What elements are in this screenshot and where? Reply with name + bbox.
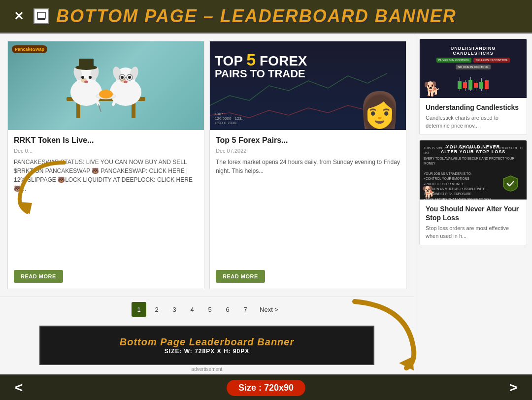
- post-1-read-more[interactable]: READ MORE: [14, 270, 63, 283]
- post-2-date: Dec 07.2022: [216, 148, 400, 154]
- main-content: PancakeSwap: [0, 33, 532, 374]
- candlesticks-image: UNDERSTANDINGCANDLESTICKS BUYERS IN CONT…: [420, 39, 527, 98]
- post-1-excerpt: PANCAKESWAP STATUS: LIVE YOU CAN NOW BUY…: [14, 158, 198, 265]
- title-bar: ✕ BOTTOM PAGE – LEADERBOARD BANNER: [0, 0, 532, 33]
- sidebar: UNDERSTANDINGCANDLESTICKS BUYERS IN CONT…: [414, 33, 532, 374]
- forex-title-overlay: TOP 5 FOREX PAIRS TO TRADE: [215, 51, 307, 80]
- bottom-bar: < Size : 720x90 >: [0, 374, 532, 400]
- post-1-thumbnail: PancakeSwap: [8, 41, 204, 130]
- candlesticks-card-title: Understanding Candlesticks: [426, 103, 521, 112]
- post-1-image: PancakeSwap: [8, 41, 204, 130]
- stoploss-card-excerpt: Stop loss orders are most effective when…: [426, 225, 521, 240]
- leaderboard-banner: Bottom Page Leaderboard Banner SIZE: W: …: [39, 326, 374, 365]
- page-5[interactable]: 5: [202, 302, 217, 317]
- post-1-title: RRKT Token Is Live...: [14, 136, 198, 145]
- cs-chart: [458, 71, 489, 91]
- post-2-title: Top 5 Forex Pairs...: [216, 136, 400, 145]
- svg-rect-14: [79, 59, 94, 68]
- stoploss-img-title: YOU SHOULD NEVERALTER YOUR STOP LOSS: [420, 144, 527, 154]
- post-2-image: TOP 5 FOREX PAIRS TO TRADE 👩 CAP 120.500…: [210, 41, 406, 130]
- cs-zone-buyers: BUYERS IN CONTROL: [436, 58, 471, 63]
- svg-point-12: [84, 80, 88, 83]
- svg-point-23: [128, 76, 131, 79]
- sidebar-dog-icon: 🐕: [424, 81, 441, 97]
- cs-zone-sellers: SELLERS IN CONTROL: [473, 58, 510, 63]
- cs-zone-neutral: NO ONE IN CONTROL: [456, 65, 490, 69]
- svg-point-10: [81, 76, 84, 79]
- stoploss-card-content: You Should Never Alter Your Stop Loss St…: [420, 200, 527, 245]
- page-7[interactable]: 7: [238, 302, 253, 317]
- svg-point-30: [99, 90, 113, 99]
- post-2-thumbnail: TOP 5 FOREX PAIRS TO TRADE 👩 CAP 120.500…: [210, 41, 406, 130]
- advertisement-label: advertisement: [192, 367, 223, 372]
- candlesticks-img-title: UNDERSTANDINGCANDLESTICKS: [451, 46, 496, 56]
- stoploss-dog-icon: 🐕: [422, 186, 435, 199]
- sidebar-card-candlesticks: UNDERSTANDINGCANDLESTICKS BUYERS IN CONT…: [419, 38, 527, 135]
- post-card-1: PancakeSwap: [7, 41, 204, 289]
- cs-zones: BUYERS IN CONTROL SELLERS IN CONTROL: [424, 58, 523, 63]
- page-3[interactable]: 3: [167, 302, 182, 317]
- svg-line-16: [99, 104, 101, 112]
- next-button[interactable]: >: [509, 380, 517, 396]
- svg-point-11: [89, 76, 92, 79]
- stoploss-image: YOU SHOULD NEVERALTER YOUR STOP LOSS THI…: [420, 140, 527, 200]
- size-badge: Size : 720x90: [227, 380, 305, 396]
- banner-title: Bottom Page Leaderboard Banner: [120, 336, 295, 348]
- page-2[interactable]: 2: [149, 302, 164, 317]
- post-1-date: Dec 0...: [14, 148, 198, 154]
- pagination: 1 2 3 4 5 6 7 Next >: [0, 297, 414, 322]
- post-card-2: TOP 5 FOREX PAIRS TO TRADE 👩 CAP 120.500…: [209, 41, 406, 289]
- candlesticks-card-content: Understanding Candlesticks Candlestick c…: [420, 98, 527, 134]
- blog-area: PancakeSwap: [0, 33, 414, 374]
- shield-icon: [502, 175, 519, 192]
- stoploss-card-title: You Should Never Alter Your Stop Loss: [426, 204, 521, 222]
- post-2-excerpt: The forex market opens 24 hours daily, f…: [216, 158, 400, 265]
- post-1-content: RRKT Token Is Live... Dec 0... PANCAKESW…: [8, 130, 204, 289]
- page-title: BOTTOM PAGE – LEADERBOARD BANNER: [56, 6, 457, 27]
- banner-size: SIZE: W: 728PX X H: 90PX: [165, 348, 250, 355]
- svg-point-22: [121, 76, 124, 79]
- posts-grid: PancakeSwap: [0, 33, 414, 297]
- window-icon: [33, 8, 49, 24]
- svg-rect-0: [37, 12, 45, 18]
- prev-button[interactable]: <: [15, 380, 23, 396]
- sidebar-card-stoploss: YOU SHOULD NEVERALTER YOUR STOP LOSS THI…: [419, 140, 527, 245]
- banner-area: Bottom Page Leaderboard Banner SIZE: W: …: [0, 322, 414, 374]
- post-2-content: Top 5 Forex Pairs... Dec 07.2022 The for…: [210, 130, 406, 289]
- svg-rect-1: [37, 18, 45, 20]
- svg-point-24: [124, 80, 128, 83]
- pagination-next[interactable]: Next >: [256, 302, 282, 317]
- close-button[interactable]: ✕: [10, 7, 28, 25]
- pancakeswap-logo: PancakeSwap: [12, 45, 47, 53]
- post-2-read-more[interactable]: READ MORE: [216, 270, 265, 283]
- candlesticks-card-excerpt: Candlestick charts are used to determine…: [426, 114, 521, 130]
- page-6[interactable]: 6: [220, 302, 235, 317]
- page-1[interactable]: 1: [132, 302, 146, 317]
- page-4[interactable]: 4: [185, 302, 200, 317]
